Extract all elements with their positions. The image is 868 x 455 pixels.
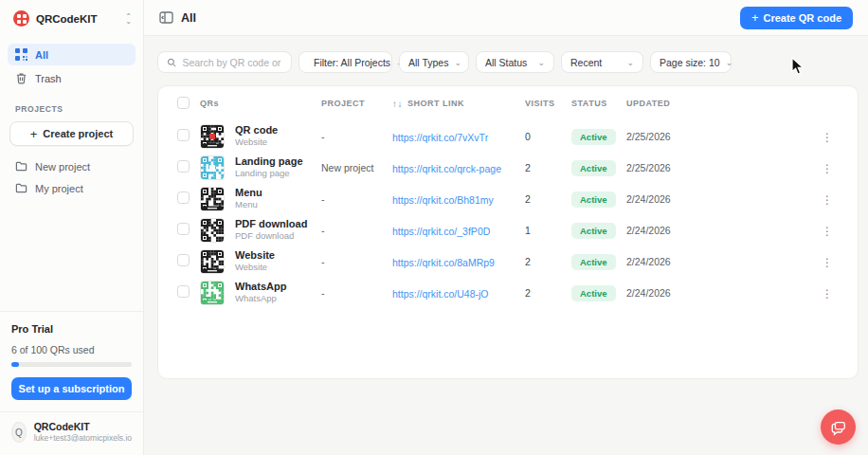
short-link[interactable]: https://qrkit.co/8aMRp9 [392, 257, 495, 268]
plan-usage: 6 of 100 QRs used [11, 344, 132, 355]
qr-type: WhatsApp [235, 293, 321, 304]
project-list: New project My project [0, 146, 143, 209]
row-menu-icon[interactable]: ⋮ [816, 285, 839, 302]
project-item-my-project[interactable]: My project [8, 177, 136, 199]
short-link[interactable]: https://qrkit.co/qrck-page [392, 163, 501, 174]
qr-name: WhatsApp [235, 280, 321, 293]
table-body: QR code Website - https://qrkit.co/7vXvT… [158, 120, 858, 308]
plan-name: Pro Trial [11, 323, 132, 335]
plus-icon: + [751, 10, 759, 25]
table-header: QRs PROJECT ↑↓ SHORT LINK VISITS STATUS … [158, 86, 858, 120]
qr-grid-icon [15, 48, 27, 61]
short-link[interactable]: https://qrkit.co/7vXvTr [392, 132, 488, 143]
sidebar-item-all[interactable]: All [8, 44, 136, 65]
project-filter-dropdown[interactable]: Filter: All Projects ⌄ [298, 51, 392, 73]
qr-project: - [321, 287, 392, 299]
qr-updated: 2/24/2026 [626, 287, 816, 299]
trash-icon [15, 72, 27, 84]
create-project-button[interactable]: + Create project [9, 121, 134, 146]
short-link[interactable]: https://qrkit.co/Bh81my [392, 194, 494, 206]
status-badge: Active [571, 129, 616, 145]
column-header-qrs: QRs [200, 99, 235, 108]
qr-visits: 1 [525, 225, 571, 236]
sidebar-item-label: Trash [35, 73, 62, 84]
status-filter-dropdown[interactable]: All Status ⌄ [476, 51, 554, 73]
table-row[interactable]: PDF download PDF download - https://qrki… [158, 214, 858, 246]
brand-name: QRCodeKIT [36, 13, 118, 25]
short-link[interactable]: https://qrkit.co/U48-jO [392, 288, 489, 300]
type-filter-dropdown[interactable]: All Types ⌄ [399, 51, 469, 73]
status-badge: Active [571, 223, 616, 239]
row-checkbox[interactable] [177, 223, 190, 235]
table-row[interactable]: WhatsApp WhatsApp - https://qrkit.co/U48… [158, 277, 858, 308]
sidebar-toggle-icon[interactable] [159, 10, 173, 25]
user-account[interactable]: Q QRCodeKIT luke+test3@atomicpixels.io [0, 411, 143, 455]
table-row[interactable]: Menu Menu - https://qrkit.co/Bh81my 2 Ac… [158, 183, 858, 214]
row-checkbox[interactable] [177, 254, 190, 266]
search-box[interactable] [157, 51, 292, 73]
user-avatar: Q [11, 422, 27, 443]
row-checkbox[interactable] [177, 160, 190, 173]
qr-project: New project [321, 162, 392, 173]
short-link[interactable]: https://qrkit.co/_3fP0D [392, 226, 490, 237]
qr-project: - [321, 256, 392, 267]
qr-project: - [321, 225, 392, 236]
column-header-project: PROJECT [321, 99, 392, 108]
row-menu-icon[interactable]: ⋮ [816, 254, 839, 271]
row-checkbox[interactable] [177, 285, 190, 298]
create-qr-button[interactable]: + Create QR code [740, 7, 853, 29]
row-checkbox[interactable] [177, 191, 190, 204]
table-row[interactable]: QR code Website - https://qrkit.co/7vXvT… [158, 120, 858, 152]
column-header-status: STATUS [571, 99, 626, 108]
projects-section-label: PROJECTS [0, 91, 143, 121]
usage-progress-fill [11, 362, 19, 367]
search-input[interactable] [182, 57, 282, 68]
qr-updated: 2/24/2026 [626, 225, 816, 236]
workspace-caret-icon[interactable]: ⌃⌄ [125, 14, 132, 24]
qr-type: Landing page [235, 168, 321, 179]
qr-thumbnail [200, 281, 225, 305]
qr-visits: 2 [525, 193, 571, 205]
row-menu-icon[interactable]: ⋮ [816, 191, 839, 209]
chat-bubbles-icon [830, 419, 847, 436]
qr-name: Website [235, 248, 321, 262]
qr-updated: 2/24/2026 [626, 193, 816, 205]
plus-icon: + [30, 127, 38, 141]
sort-dropdown[interactable]: Recent ⌄ [561, 51, 643, 73]
qr-updated: 2/24/2026 [626, 256, 816, 267]
row-menu-icon[interactable]: ⋮ [816, 160, 839, 177]
qr-visits: 2 [525, 287, 571, 299]
qr-name: Menu [235, 186, 321, 199]
page-size-dropdown[interactable]: Page size: 10 ⌄ [650, 51, 732, 73]
user-email: luke+test3@atomicpixels.io [34, 433, 132, 444]
status-badge: Active [571, 254, 616, 270]
brand-logo-icon [13, 10, 29, 27]
status-badge: Active [571, 285, 616, 301]
user-name: QRCodeKIT [34, 421, 132, 433]
chevron-down-icon: ⌄ [626, 58, 634, 67]
project-item-new-project[interactable]: New project [8, 155, 136, 177]
row-menu-icon[interactable]: ⋮ [816, 223, 839, 240]
status-badge: Active [571, 160, 616, 176]
folder-icon [15, 182, 27, 194]
chevron-down-icon: ⌄ [537, 58, 545, 67]
subscription-button[interactable]: Set up a subscription [11, 377, 132, 400]
table-row[interactable]: Landing page Landing page New project ht… [158, 152, 858, 183]
select-all-checkbox[interactable] [177, 97, 190, 109]
sidebar-item-trash[interactable]: Trash [8, 67, 136, 89]
table-row[interactable]: Website Website - https://qrkit.co/8aMRp… [158, 246, 858, 277]
column-header-updated: UPDATED [626, 99, 816, 108]
sort-icon[interactable]: ↑↓ [392, 99, 403, 109]
qr-updated: 2/25/2026 [626, 131, 816, 142]
column-header-short-link: SHORT LINK [407, 99, 464, 108]
row-checkbox[interactable] [177, 129, 190, 141]
qr-thumbnail [200, 155, 225, 180]
row-menu-icon[interactable]: ⋮ [816, 129, 839, 146]
project-item-label: New project [35, 161, 90, 173]
qr-visits: 2 [525, 162, 571, 173]
qr-thumbnail [200, 124, 225, 149]
sidebar-nav: All Trash [0, 36, 143, 91]
chat-widget-button[interactable] [821, 410, 856, 445]
workspace-switcher[interactable]: QRCodeKIT ⌃⌄ [0, 0, 143, 36]
qr-thumbnail [200, 187, 225, 211]
